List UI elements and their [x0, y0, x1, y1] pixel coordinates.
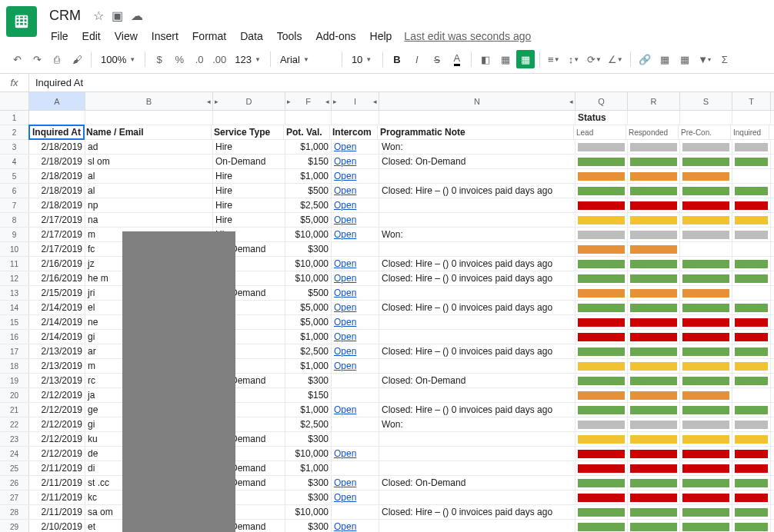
cell-5-S[interactable]: [680, 169, 732, 183]
cell-12-T[interactable]: [732, 271, 771, 285]
chart-icon[interactable]: ▦: [676, 50, 694, 68]
cell-16-N[interactable]: [379, 330, 575, 344]
cell-18-F[interactable]: $1,000: [285, 359, 332, 373]
link-icon[interactable]: 🔗: [636, 50, 654, 68]
cell-28-T[interactable]: [732, 505, 771, 519]
cell-21-T[interactable]: [732, 403, 771, 417]
row-header-27[interactable]: 27: [0, 490, 29, 504]
cell-27-S[interactable]: [680, 490, 732, 504]
row-header-29[interactable]: 29: [0, 520, 29, 532]
cell-20-Q[interactable]: [575, 388, 628, 402]
row-header-26[interactable]: 26: [0, 476, 29, 490]
cell-27-F[interactable]: $300: [285, 490, 332, 504]
cell-7-B[interactable]: np: [85, 198, 213, 212]
cell-26-F[interactable]: $300: [285, 476, 332, 490]
cell-5-A[interactable]: 2/18/2019: [29, 169, 85, 183]
cell-7-I[interactable]: Open: [332, 198, 379, 212]
cell-28-F[interactable]: $10,000: [285, 505, 332, 519]
row-header-10[interactable]: 10: [0, 242, 29, 256]
cell-23-Q[interactable]: [575, 432, 628, 446]
cell-1-A[interactable]: [29, 111, 85, 125]
cell-20-R[interactable]: [628, 388, 680, 402]
cell-26-Q[interactable]: [575, 476, 628, 490]
cell-19-F[interactable]: $300: [285, 374, 332, 387]
cell-15-S[interactable]: [680, 315, 732, 329]
cell-24-S[interactable]: [680, 447, 732, 461]
cell-26-T[interactable]: [732, 476, 771, 490]
cell-13-A[interactable]: 2/15/2019: [29, 286, 85, 300]
row-header-24[interactable]: 24: [0, 447, 29, 461]
cell-7-N[interactable]: [379, 198, 575, 212]
fill-color-icon[interactable]: ◧: [476, 50, 495, 68]
row-header-8[interactable]: 8: [0, 213, 29, 227]
rotate-icon[interactable]: ∠▼: [606, 50, 626, 68]
menu-format[interactable]: Format: [186, 27, 232, 45]
cell-10-Q[interactable]: [575, 242, 628, 256]
row-header-3[interactable]: 3: [0, 140, 29, 154]
cell-27-I[interactable]: Open: [332, 490, 379, 504]
cell-21-Q[interactable]: [575, 403, 628, 417]
cell-27-Q[interactable]: [575, 490, 628, 504]
cell-24-N[interactable]: [379, 447, 575, 461]
cell-8-B[interactable]: na: [85, 213, 213, 227]
cell-23-T[interactable]: [732, 432, 771, 446]
cell-2-S[interactable]: Pre-Con.: [679, 125, 731, 139]
cell-7-A[interactable]: 2/18/2019: [29, 198, 85, 212]
cell-18-S[interactable]: [680, 359, 732, 373]
cell-28-I[interactable]: [332, 505, 379, 519]
cell-29-R[interactable]: [628, 520, 680, 532]
cell-29-Q[interactable]: [575, 520, 628, 532]
cell-16-T[interactable]: [732, 330, 771, 344]
cell-16-S[interactable]: [680, 330, 732, 344]
cell-2-A[interactable]: Inquired At: [28, 125, 85, 140]
cell-24-A[interactable]: 2/12/2019: [29, 447, 85, 461]
cell-8-A[interactable]: 2/17/2019: [29, 213, 85, 227]
cell-27-T[interactable]: [732, 490, 771, 504]
cell-2-I[interactable]: Intercom: [330, 125, 378, 139]
text-color-icon[interactable]: A: [448, 50, 466, 68]
cell-3-Q[interactable]: [575, 140, 628, 154]
cell-5-F[interactable]: $1,000: [285, 169, 332, 183]
font-select[interactable]: Arial▼: [275, 50, 337, 68]
cell-20-A[interactable]: 2/12/2019: [29, 388, 85, 402]
cell-1-R[interactable]: [628, 111, 680, 125]
cell-14-A[interactable]: 2/14/2019: [29, 301, 85, 314]
cell-28-Q[interactable]: [575, 505, 628, 519]
cell-11-N[interactable]: Closed: Hire – () 0 invoices paid days a…: [379, 257, 575, 271]
cell-3-T[interactable]: [732, 140, 771, 154]
star-icon[interactable]: ☆: [93, 8, 104, 23]
cell-7-S[interactable]: [680, 198, 732, 212]
decrease-decimal-icon[interactable]: .0: [190, 50, 209, 68]
cell-15-F[interactable]: $5,000: [285, 315, 332, 329]
cell-10-F[interactable]: $300: [285, 242, 332, 256]
increase-decimal-icon[interactable]: .00: [210, 50, 229, 68]
cell-17-I[interactable]: Open: [332, 344, 379, 358]
row-header-6[interactable]: 6: [0, 184, 29, 198]
cell-6-N[interactable]: Closed: Hire – () 0 invoices paid days a…: [379, 184, 575, 198]
cell-24-T[interactable]: [732, 447, 771, 461]
doc-title[interactable]: CRM: [45, 6, 85, 25]
comment-icon[interactable]: ▦: [656, 50, 674, 68]
cell-10-I[interactable]: [332, 242, 379, 256]
cell-7-Q[interactable]: [575, 198, 628, 212]
italic-icon[interactable]: I: [408, 50, 426, 68]
valign-icon[interactable]: ↕▼: [565, 50, 583, 68]
cell-18-A[interactable]: 2/13/2019: [29, 359, 85, 373]
cell-12-N[interactable]: Closed: Hire – () 0 invoices paid days a…: [379, 271, 575, 285]
cell-26-N[interactable]: Closed: On-Demand: [379, 476, 575, 490]
cell-4-D[interactable]: On-Demand: [213, 155, 285, 168]
cell-13-F[interactable]: $500: [285, 286, 332, 300]
redo-icon[interactable]: ↷: [28, 50, 46, 68]
cell-22-T[interactable]: [732, 417, 771, 431]
cell-23-F[interactable]: $300: [285, 432, 332, 446]
cell-22-F[interactable]: $2,500: [285, 417, 332, 431]
cell-29-S[interactable]: [680, 520, 732, 532]
cell-6-I[interactable]: Open: [332, 184, 379, 198]
cell-8-N[interactable]: [379, 213, 575, 227]
cell-8-T[interactable]: [732, 213, 771, 227]
cell-15-I[interactable]: Open: [332, 315, 379, 329]
cell-5-N[interactable]: [379, 169, 575, 183]
cell-6-F[interactable]: $500: [285, 184, 332, 198]
cell-1-I[interactable]: [332, 111, 379, 125]
cell-17-F[interactable]: $2,500: [285, 344, 332, 358]
